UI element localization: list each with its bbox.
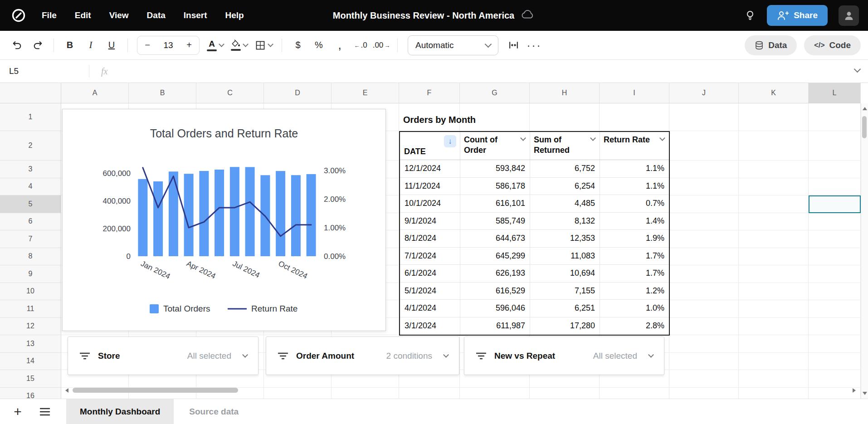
table-cell[interactable]: 596,046 bbox=[460, 300, 530, 317]
row-header-6[interactable]: 6 bbox=[0, 213, 61, 231]
column-header-f[interactable]: F bbox=[399, 83, 460, 103]
row-header-15[interactable]: 15 bbox=[0, 370, 61, 388]
column-header-a[interactable]: A bbox=[61, 83, 129, 103]
menu-help[interactable]: Help bbox=[225, 10, 244, 20]
borders-control[interactable] bbox=[252, 40, 275, 51]
tab-source-data[interactable]: Source data bbox=[189, 407, 239, 417]
row-header-16[interactable]: 16 bbox=[0, 388, 61, 399]
row-header-4[interactable]: 4 bbox=[0, 178, 61, 196]
column-header-l[interactable]: L bbox=[809, 83, 861, 103]
row-header-7[interactable]: 7 bbox=[0, 230, 61, 248]
table-cell[interactable]: 1.7% bbox=[600, 248, 669, 265]
more-options-button[interactable]: ··· bbox=[525, 36, 544, 55]
table-cell[interactable]: 1.9% bbox=[600, 230, 669, 247]
chevron-down-icon[interactable] bbox=[659, 135, 665, 141]
redo-button[interactable] bbox=[28, 36, 47, 55]
grid-corner[interactable] bbox=[0, 83, 61, 103]
data-button[interactable]: Data bbox=[745, 35, 797, 55]
menu-edit[interactable]: Edit bbox=[75, 10, 91, 20]
table-cell[interactable]: 1.0% bbox=[600, 300, 669, 317]
formula-bar-expand-chevron[interactable] bbox=[854, 66, 861, 73]
table-cell[interactable]: 12/1/2024 bbox=[400, 160, 460, 177]
table-cell[interactable]: 1.1% bbox=[600, 178, 669, 195]
table-cell[interactable]: 6/1/2024 bbox=[400, 265, 460, 282]
table-header-return-rate[interactable]: Return Rate bbox=[600, 132, 669, 160]
table-cell[interactable]: 1.2% bbox=[600, 283, 669, 300]
table-cell[interactable]: 6,251 bbox=[530, 300, 600, 317]
percent-button[interactable]: % bbox=[309, 36, 328, 55]
chevron-down-icon[interactable] bbox=[268, 41, 273, 47]
lightbulb-icon[interactable] bbox=[744, 10, 756, 21]
merge-cells-button[interactable] bbox=[504, 36, 523, 55]
menu-view[interactable]: View bbox=[109, 10, 129, 20]
column-header-b[interactable]: B bbox=[129, 83, 196, 103]
row-header-13[interactable]: 13 bbox=[0, 335, 61, 353]
table-cell[interactable]: 611,987 bbox=[460, 317, 530, 335]
table-cell[interactable]: 616,101 bbox=[460, 195, 530, 212]
bold-button[interactable]: B bbox=[60, 36, 79, 55]
increase-decimals-button[interactable]: .00→ bbox=[372, 36, 391, 55]
vertical-scrollbar-thumb[interactable] bbox=[862, 116, 867, 138]
column-header-h[interactable]: H bbox=[530, 83, 600, 103]
filter-chip-order-amount[interactable]: Order Amount 2 conditions bbox=[266, 336, 459, 375]
vertical-scrollbar[interactable] bbox=[861, 103, 868, 399]
table-cell[interactable]: 8/1/2024 bbox=[400, 230, 460, 247]
scroll-down-arrow[interactable] bbox=[863, 392, 867, 395]
chevron-down-icon[interactable] bbox=[520, 135, 526, 141]
chevron-down-icon[interactable] bbox=[219, 41, 224, 47]
row-header-11[interactable]: 11 bbox=[0, 300, 61, 318]
menu-file[interactable]: File bbox=[42, 10, 57, 20]
underline-button[interactable]: U bbox=[102, 36, 121, 55]
spreadsheet-grid[interactable]: Total Orders and Return Rate0200,000400,… bbox=[0, 83, 868, 399]
table-cell[interactable]: 586,178 bbox=[460, 178, 530, 195]
tab-monthly-dashboard[interactable]: Monthly Dashboard bbox=[66, 399, 174, 424]
table-cell[interactable]: 585,749 bbox=[460, 213, 530, 230]
table-cell[interactable]: 4/1/2024 bbox=[400, 300, 460, 317]
scroll-left-arrow[interactable] bbox=[63, 387, 70, 394]
undo-button[interactable] bbox=[7, 36, 26, 55]
italic-button[interactable]: I bbox=[81, 36, 100, 55]
column-header-e[interactable]: E bbox=[332, 83, 399, 103]
font-size-decrease-button[interactable]: − bbox=[137, 36, 157, 54]
table-cell[interactable]: 7/1/2024 bbox=[400, 248, 460, 265]
table-cell[interactable]: 2.8% bbox=[600, 317, 669, 335]
table-cell[interactable]: 0.7% bbox=[600, 195, 669, 212]
table-cell[interactable]: 626,193 bbox=[460, 265, 530, 282]
table-cell[interactable]: 1.1% bbox=[600, 160, 669, 177]
table-cell[interactable]: 11/1/2024 bbox=[400, 178, 460, 195]
decrease-decimals-button[interactable]: ←.0 bbox=[351, 36, 370, 55]
column-header-j[interactable]: J bbox=[669, 83, 739, 103]
scroll-right-arrow[interactable] bbox=[851, 387, 857, 394]
column-header-d[interactable]: D bbox=[264, 83, 332, 103]
scroll-up-arrow[interactable] bbox=[863, 107, 867, 110]
row-header-3[interactable]: 3 bbox=[0, 161, 61, 178]
filter-chip-new-vs-repeat[interactable]: New vs Repeat All selected bbox=[464, 336, 664, 375]
currency-button[interactable]: $ bbox=[288, 36, 307, 55]
table-cell[interactable]: 11,083 bbox=[530, 248, 600, 265]
row-header-14[interactable]: 14 bbox=[0, 353, 61, 370]
table-cell[interactable]: 593,842 bbox=[460, 160, 530, 177]
menu-insert[interactable]: Insert bbox=[184, 10, 207, 20]
cell-reference-box[interactable]: L5 bbox=[0, 66, 89, 76]
row-header-9[interactable]: 9 bbox=[0, 265, 61, 283]
table-cell[interactable]: 4,485 bbox=[530, 195, 600, 212]
table-cell[interactable]: 12,353 bbox=[530, 230, 600, 247]
app-logo[interactable] bbox=[9, 6, 28, 25]
table-cell[interactable]: 10/1/2024 bbox=[400, 195, 460, 212]
fill-color-control[interactable] bbox=[228, 39, 250, 51]
table-cell[interactable]: 645,299 bbox=[460, 248, 530, 265]
text-color-control[interactable]: A bbox=[204, 39, 226, 51]
table-cell[interactable]: 17,280 bbox=[530, 317, 600, 335]
sort-descending-icon[interactable]: ↓ bbox=[444, 135, 456, 147]
table-cell[interactable]: 9/1/2024 bbox=[400, 213, 460, 230]
chart-panel[interactable]: Total Orders and Return Rate0200,000400,… bbox=[62, 109, 386, 331]
table-cell[interactable]: 6,752 bbox=[530, 160, 600, 177]
number-format-select[interactable]: Automatic bbox=[408, 35, 498, 55]
share-button[interactable]: Share bbox=[767, 5, 828, 26]
font-size-increase-button[interactable]: + bbox=[179, 36, 199, 54]
sheet-list-button[interactable] bbox=[34, 401, 55, 422]
selected-cell[interactable] bbox=[809, 195, 861, 213]
horizontal-scrollbar-thumb[interactable] bbox=[73, 388, 238, 393]
table-cell[interactable]: 644,673 bbox=[460, 230, 530, 247]
table-cell[interactable]: 6,254 bbox=[530, 178, 600, 195]
